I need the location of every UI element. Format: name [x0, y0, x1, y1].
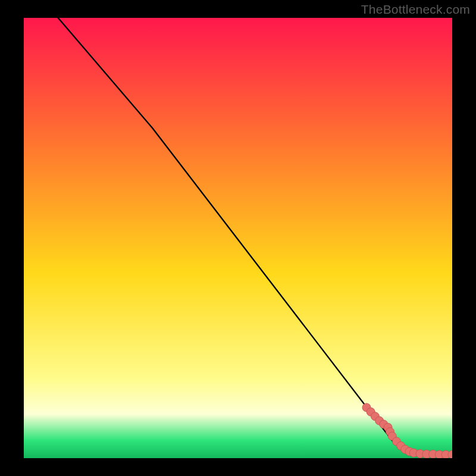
watermark-text: TheBottleneck.com — [361, 2, 470, 17]
chart-frame: TheBottleneck.com — [0, 0, 476, 476]
plot-area — [24, 18, 452, 458]
gradient-background — [24, 18, 452, 458]
chart-svg — [24, 18, 452, 458]
